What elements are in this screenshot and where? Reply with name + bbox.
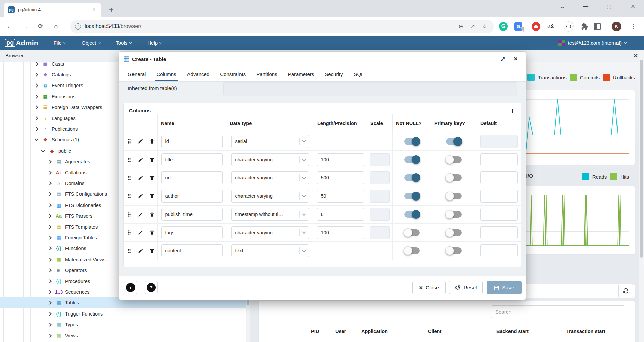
grammarly-extension-icon[interactable]: G <box>497 20 510 33</box>
dialog-tab-security[interactable]: Security <box>319 71 348 81</box>
profile-avatar[interactable]: K <box>610 20 623 33</box>
default-input[interactable] <box>480 226 518 239</box>
dialog-titlebar[interactable]: Create - Table ⤢ ✕ <box>119 52 526 67</box>
data-type-select[interactable]: character varying <box>231 153 309 166</box>
chevron-right-icon[interactable] <box>34 105 38 109</box>
delete-row-icon[interactable] <box>146 206 158 223</box>
chevron-right-icon[interactable] <box>48 160 51 163</box>
chevron-right-icon[interactable] <box>34 95 38 98</box>
delete-row-icon[interactable] <box>146 187 158 205</box>
column-name-input[interactable]: title <box>161 153 223 166</box>
dialog-tab-columns[interactable]: Columns <box>151 71 181 81</box>
default-input[interactable] <box>480 244 518 257</box>
uwen-extension-icon[interactable]: u文 <box>544 20 558 33</box>
length-input[interactable]: 500 <box>317 171 364 184</box>
length-input[interactable]: 6 <box>317 208 364 221</box>
chevron-right-icon[interactable] <box>34 84 38 88</box>
delete-row-icon[interactable] <box>146 242 158 260</box>
dialog-tab-partitions[interactable]: Partitions <box>251 71 283 81</box>
tree-item-types[interactable]: ▣Types <box>0 319 250 330</box>
default-input[interactable] <box>480 190 518 203</box>
browser-menu-icon[interactable]: ⋮ <box>627 20 640 33</box>
drag-handle-icon[interactable] <box>124 151 135 168</box>
share-icon[interactable]: ↗ <box>468 22 477 31</box>
window-maximize-icon[interactable]: ▢ <box>604 3 614 10</box>
reset-button[interactable]: ↺Reset <box>449 281 483 294</box>
not-null-toggle[interactable] <box>404 229 420 236</box>
column-name-input[interactable]: tags <box>161 226 223 239</box>
not-null-toggle[interactable] <box>404 247 420 254</box>
dialog-tab-sql[interactable]: SQL <box>348 71 369 81</box>
not-null-toggle[interactable] <box>404 156 420 163</box>
help-button[interactable]: ? <box>145 281 158 294</box>
extensions-puzzle-icon[interactable] <box>578 20 591 33</box>
delete-row-icon[interactable] <box>146 224 158 241</box>
chevron-right-icon[interactable] <box>34 116 38 120</box>
edit-row-icon[interactable] <box>135 242 146 260</box>
edit-row-icon[interactable] <box>135 224 146 241</box>
dialog-tab-constraints[interactable]: Constraints <box>215 71 251 81</box>
primary-key-toggle[interactable] <box>446 156 462 163</box>
menu-object[interactable]: Object <box>82 40 100 46</box>
data-type-select[interactable]: serial <box>231 135 309 148</box>
tree-item-views[interactable]: ▣Views <box>0 330 250 341</box>
dialog-tab-advanced[interactable]: Advanced <box>182 71 215 81</box>
chevron-right-icon[interactable] <box>48 268 51 272</box>
dialog-close-icon[interactable]: ✕ <box>513 56 518 62</box>
browser-tab[interactable]: pg pgAdmin 4 × <box>4 3 101 17</box>
pgadmin-logo[interactable]: pgAdmin <box>5 39 38 47</box>
drag-handle-icon[interactable] <box>124 206 135 223</box>
not-null-toggle[interactable] <box>404 211 420 218</box>
site-info-icon[interactable]: i <box>75 23 81 30</box>
column-name-input[interactable]: publish_time <box>161 208 223 221</box>
chevron-right-icon[interactable] <box>48 192 51 196</box>
url-text[interactable]: localhost:5433/browser/ <box>85 23 453 30</box>
edit-row-icon[interactable] <box>135 187 146 205</box>
chevron-right-icon[interactable] <box>48 290 51 294</box>
chevron-right-icon[interactable] <box>48 279 51 283</box>
default-input[interactable] <box>480 171 518 184</box>
dialog-tab-parameters[interactable]: Parameters <box>283 71 320 81</box>
sql-info-button[interactable]: i <box>124 281 137 294</box>
delete-row-icon[interactable] <box>146 169 158 187</box>
brackets-extension-icon[interactable]: {=} <box>562 20 575 33</box>
delete-row-icon[interactable] <box>146 151 158 168</box>
menu-file[interactable]: File <box>54 40 66 46</box>
data-type-select[interactable]: character varying <box>231 190 309 203</box>
primary-key-toggle[interactable] <box>446 211 462 218</box>
chevron-down-icon[interactable] <box>34 137 38 141</box>
chevron-right-icon[interactable] <box>34 62 38 66</box>
data-type-select[interactable]: character varying <box>231 171 309 184</box>
refresh-button[interactable] <box>618 284 633 298</box>
length-input[interactable]: 100 <box>317 153 364 166</box>
close-button[interactable]: ×Close <box>412 281 446 294</box>
forward-icon[interactable]: → <box>19 21 31 32</box>
side-panel-icon[interactable] <box>591 20 604 33</box>
window-dropdown-icon[interactable]: ⌄ <box>557 3 568 10</box>
url-bar[interactable]: i localhost:5433/browser/ ⊖ ↗ ☆ <box>70 20 494 33</box>
menu-help[interactable]: Help <box>147 40 162 46</box>
default-input[interactable] <box>480 153 518 166</box>
drag-handle-icon[interactable] <box>124 132 135 150</box>
zoom-out-icon[interactable]: ⊖ <box>456 22 465 31</box>
primary-key-toggle[interactable] <box>446 247 462 254</box>
chevron-right-icon[interactable] <box>34 73 38 76</box>
drag-handle-icon[interactable] <box>124 224 135 241</box>
primary-key-toggle[interactable] <box>446 174 462 181</box>
back-icon[interactable]: ← <box>4 21 15 32</box>
length-input[interactable]: 100 <box>317 226 364 239</box>
chevron-right-icon[interactable] <box>48 171 51 174</box>
dialog-tab-general[interactable]: General <box>122 71 151 81</box>
chevron-right-icon[interactable] <box>48 236 51 239</box>
chevron-down-icon[interactable] <box>41 148 45 152</box>
data-type-select[interactable]: character varying <box>231 226 309 239</box>
chevron-right-icon[interactable] <box>48 301 51 305</box>
edit-row-icon[interactable] <box>135 206 146 223</box>
column-name-input[interactable]: id <box>161 135 223 148</box>
default-input[interactable] <box>480 208 518 221</box>
delete-row-icon[interactable] <box>146 132 158 150</box>
primary-key-toggle[interactable] <box>446 229 462 236</box>
chevron-right-icon[interactable] <box>48 203 51 207</box>
user-menu[interactable]: test@123.com (internal) <box>558 36 627 50</box>
chevron-right-icon[interactable] <box>34 127 38 131</box>
